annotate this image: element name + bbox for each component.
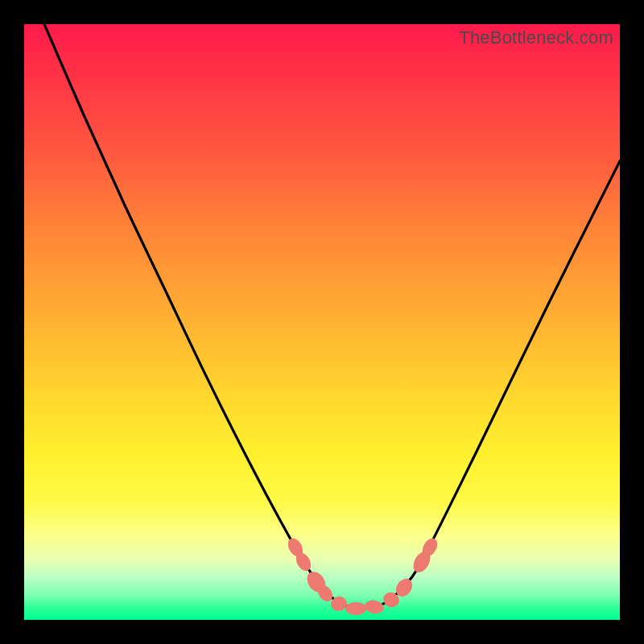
marker-layer [285,536,440,615]
outer-frame: TheBottleneck.com [0,0,644,644]
valley-curve [44,24,620,609]
curve-marker [345,602,366,615]
chart-svg [24,24,620,620]
plot-area: TheBottleneck.com [24,24,620,620]
curve-marker [364,599,385,615]
watermark-text: TheBottleneck.com [459,27,613,48]
